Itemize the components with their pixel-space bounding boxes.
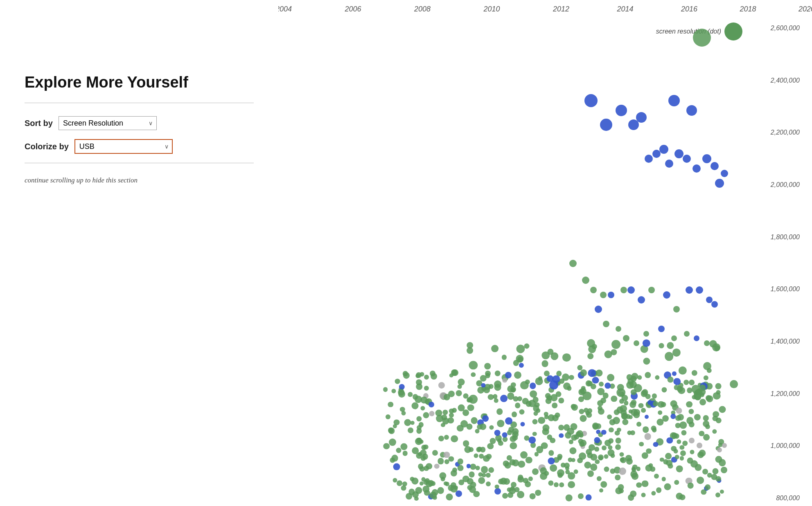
scatter-dot xyxy=(386,414,390,419)
scatter-dot xyxy=(408,392,413,397)
scatter-dot xyxy=(383,387,388,392)
scatter-dot xyxy=(658,326,665,332)
scatter-dot xyxy=(402,481,407,486)
scatter-dot xyxy=(514,371,521,379)
scatter-dot xyxy=(674,480,679,485)
scatter-dot xyxy=(611,396,617,402)
scatter-dot xyxy=(601,430,606,435)
scatter-dot xyxy=(689,421,695,427)
scatter-dot xyxy=(568,481,575,488)
scatter-dot xyxy=(652,150,661,158)
scatter-dot xyxy=(494,430,501,436)
scatter-dot xyxy=(644,433,651,440)
scatter-dot xyxy=(604,467,609,472)
scatter-dot xyxy=(559,483,564,488)
scatter-dot xyxy=(424,386,429,391)
scatter-dot xyxy=(680,456,684,460)
scatter-dot xyxy=(485,363,491,370)
scatter-dot xyxy=(478,477,485,484)
scatter-dot xyxy=(444,435,449,440)
scatter-dot xyxy=(420,406,425,410)
scatter-dot xyxy=(550,464,557,472)
scatter-dot xyxy=(664,483,671,490)
scatter-dot xyxy=(692,370,697,376)
scatter-dot xyxy=(645,155,653,163)
scatter-dot xyxy=(680,450,686,456)
explore-title: Explore More Yourself xyxy=(25,74,254,91)
scatter-dot xyxy=(520,381,528,389)
scatter-dot xyxy=(662,415,669,422)
colorize-label: Colorize by xyxy=(25,142,69,151)
y-axis-label: 1,600,000 xyxy=(771,286,800,293)
x-axis-label: 2012 xyxy=(553,5,569,13)
scatter-dot xyxy=(503,478,510,485)
scatter-dot xyxy=(667,342,674,349)
scatter-dot xyxy=(559,433,564,438)
top-divider xyxy=(25,103,254,103)
scatter-dot xyxy=(639,442,644,447)
scatter-dot xyxy=(603,321,609,327)
scatter-dot xyxy=(424,375,429,380)
scatter-dot xyxy=(401,411,406,416)
scatter-dot xyxy=(498,479,504,484)
scatter-dot xyxy=(700,399,706,405)
scatter-dot xyxy=(510,442,517,449)
scatter-dot xyxy=(676,408,682,414)
scatter-dot xyxy=(505,417,512,425)
scatter-dot xyxy=(412,403,419,409)
scatter-dot xyxy=(681,430,686,435)
scatter-dot xyxy=(585,495,591,501)
scatter-dot xyxy=(502,378,507,383)
scatter-dot xyxy=(674,149,683,158)
scatter-dot xyxy=(503,461,509,467)
scatter-dot xyxy=(505,372,512,378)
scatter-dot xyxy=(565,470,570,475)
scatter-dot xyxy=(437,487,444,494)
scatter-dot xyxy=(390,458,395,463)
scatter-dot xyxy=(598,388,605,396)
scatter-dot xyxy=(401,486,406,491)
scatter-dot xyxy=(550,438,555,443)
scatter-dot xyxy=(634,412,640,418)
scatter-dot xyxy=(516,344,525,353)
scatter-dot xyxy=(704,376,708,380)
scatter-dot xyxy=(410,421,414,425)
scatter-dot xyxy=(519,409,524,415)
scatter-dot xyxy=(627,286,635,294)
sort-select-wrapper[interactable]: Screen Resolution Year USB RAM Price xyxy=(59,116,157,130)
scatter-dot xyxy=(469,361,478,369)
scatter-dot xyxy=(590,463,598,471)
scatter-dot xyxy=(410,477,414,481)
scatter-dot xyxy=(668,377,674,383)
scatter-dot xyxy=(451,435,458,443)
colorize-select[interactable]: USB Year RAM Price Screen Resolution xyxy=(74,139,173,154)
scatter-dot xyxy=(607,414,612,419)
scatter-dot xyxy=(528,436,536,444)
scatter-dot xyxy=(450,470,457,477)
scatter-dot xyxy=(423,412,429,418)
scatter-dot xyxy=(686,286,693,294)
scatter-dot xyxy=(580,440,586,446)
scatter-dot xyxy=(625,455,632,461)
scatter-dot xyxy=(555,391,562,397)
scatter-dot xyxy=(532,468,539,475)
scatter-dot xyxy=(563,382,571,390)
scatter-dot xyxy=(557,472,563,478)
scatter-dot xyxy=(443,409,448,415)
scatter-dot xyxy=(494,488,501,495)
x-axis-label: 2004 xyxy=(278,5,292,13)
scatter-dot xyxy=(610,468,615,474)
scatter-dot xyxy=(643,426,649,433)
scatter-dot xyxy=(679,421,687,429)
scatter-dot xyxy=(549,380,558,389)
scatter-dot xyxy=(702,154,711,163)
scatter-dot xyxy=(652,394,657,398)
scatter-dot xyxy=(602,445,607,450)
scatter-dot xyxy=(643,331,649,337)
scatter-dot xyxy=(694,392,701,400)
scatter-dot xyxy=(509,487,516,494)
scatter-dot xyxy=(469,471,475,477)
sort-select[interactable]: Screen Resolution Year USB RAM Price xyxy=(59,116,157,130)
scatter-dot xyxy=(600,481,607,488)
colorize-select-wrapper[interactable]: USB Year RAM Price Screen Resolution xyxy=(74,139,173,154)
